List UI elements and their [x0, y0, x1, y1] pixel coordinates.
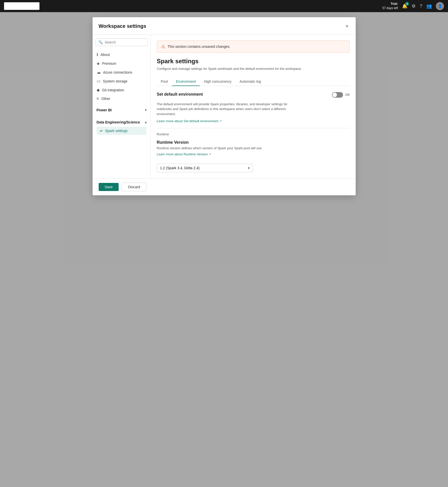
topbar: Trial: 57 days left 🔔 4 ⚙ ? 👥 👤 [0, 0, 448, 12]
topbar-right: Trial: 57 days left 🔔 4 ⚙ ? 👥 👤 [382, 2, 444, 10]
trial-label: Trial: [382, 2, 398, 6]
app-logo[interactable] [4, 2, 39, 10]
notification-badge: 4 [405, 2, 409, 6]
notification-icon[interactable]: 🔔 4 [402, 3, 408, 9]
trial-info: Trial: 57 days left [382, 2, 398, 10]
avatar[interactable]: 👤 [436, 2, 444, 10]
share-icon[interactable]: 👥 [426, 3, 432, 9]
settings-icon[interactable]: ⚙ [412, 3, 416, 9]
help-icon[interactable]: ? [420, 4, 422, 9]
trial-days: 57 days left [382, 6, 398, 10]
